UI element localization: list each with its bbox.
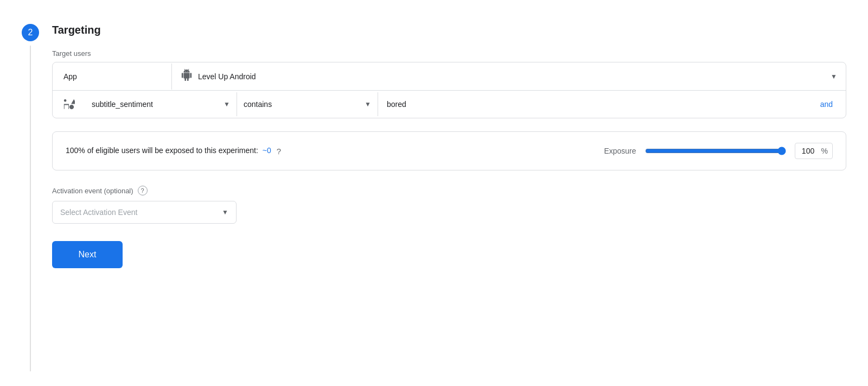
exposure-box: 100% of eligible users will be exposed t…	[52, 131, 846, 170]
exposure-controls: Exposure 100 %	[604, 143, 833, 159]
target-users-label: Target users	[52, 49, 846, 58]
app-row: App Level Up Android ▼	[53, 62, 846, 91]
percent-sign: %	[821, 143, 832, 159]
exposure-number: 100	[795, 143, 821, 159]
attribute-value: subtitle_sentiment	[92, 100, 219, 109]
filter-row: subtitle_sentiment ▼ contains ▼ bored an…	[53, 91, 846, 118]
operator-value: contains	[244, 100, 360, 109]
activation-event-dropdown[interactable]: Select Activation Event ▼	[52, 201, 237, 224]
attribute-select[interactable]: subtitle_sentiment ▼	[85, 92, 237, 116]
exposure-label: Exposure	[604, 147, 636, 155]
target-users-box: App Level Up Android ▼ subtit	[52, 62, 846, 118]
content-area: Targeting Target users App Level Up Andr…	[52, 22, 846, 371]
step-number: 2	[22, 24, 39, 41]
shapes-icon	[63, 98, 75, 110]
filter-icon-cell	[53, 91, 85, 118]
activation-placeholder: Select Activation Event	[60, 208, 218, 217]
exposure-value-box: 100 %	[795, 143, 833, 159]
exposure-link[interactable]: ~0	[263, 146, 271, 155]
step-indicator: 2	[22, 22, 39, 371]
android-icon	[181, 69, 193, 84]
conjunction-link[interactable]: and	[820, 100, 837, 109]
app-select[interactable]: Level Up Android ▼	[172, 62, 846, 90]
app-label: App	[53, 64, 172, 90]
section-title: Targeting	[52, 22, 846, 36]
app-chevron-icon: ▼	[831, 73, 837, 80]
value-cell: bored and	[378, 92, 846, 116]
exposure-slider[interactable]	[645, 147, 786, 155]
activation-chevron-icon: ▼	[222, 208, 228, 216]
help-icon[interactable]: ?	[277, 147, 281, 156]
filter-value: bored	[387, 100, 814, 109]
activation-help-icon[interactable]: ?	[138, 186, 148, 195]
activation-label-row: Activation event (optional) ?	[52, 186, 846, 195]
exposure-text: 100% of eligible users will be exposed t…	[66, 146, 595, 156]
step-line	[30, 46, 31, 371]
operator-chevron-icon: ▼	[365, 100, 371, 108]
activation-label: Activation event (optional)	[52, 187, 133, 195]
app-select-value: Level Up Android	[198, 72, 825, 81]
next-button[interactable]: Next	[52, 241, 123, 268]
operator-select[interactable]: contains ▼	[237, 92, 378, 116]
attribute-chevron-icon: ▼	[224, 100, 230, 108]
